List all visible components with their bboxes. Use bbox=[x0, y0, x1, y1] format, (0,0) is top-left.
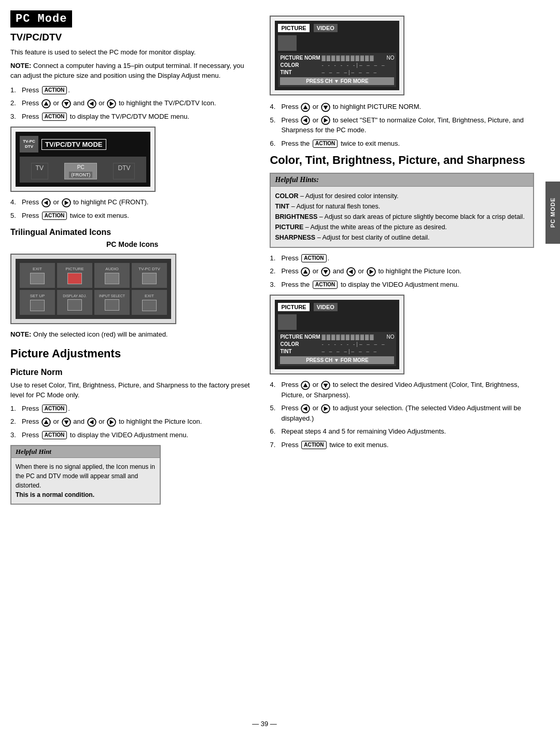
action-button-p3[interactable]: ACTION bbox=[42, 431, 67, 439]
arrow-left-icon-p2 bbox=[87, 418, 96, 427]
pic-step-3-text: Press ACTION to display the VIDEO Adjust… bbox=[22, 430, 188, 440]
norm-label-1: PICTURE NORM bbox=[280, 55, 321, 61]
c-step-1-num: 1. bbox=[270, 253, 281, 263]
norm-val-1: NO bbox=[386, 55, 394, 61]
step-5-text: Press ACTION twice to exit menus. bbox=[22, 211, 129, 221]
arrow-left-icon-2 bbox=[41, 198, 51, 207]
c-step-3-num: 3. bbox=[270, 280, 281, 290]
action-button-p1[interactable]: ACTION bbox=[42, 405, 67, 413]
trilingual-title: Trilingual Animated Icons bbox=[10, 228, 254, 237]
steps-right-1: 4. Press or to highlight PICTURE NORM. 5… bbox=[270, 102, 534, 148]
menu-screenshot-2: PICTURE VIDEO PICTURE NORM ▓▓▓▓▓▓▓▓▓▓▓ N… bbox=[270, 295, 404, 374]
r-step-6: 6. Press the ACTION twice to exit menus. bbox=[270, 138, 534, 149]
pic-step-1: 1. Press ACTION. bbox=[10, 404, 254, 414]
main-content: PC Mode TV/PC/DTV This feature is used t… bbox=[0, 0, 544, 737]
arrow-left-icon-c5 bbox=[301, 404, 310, 413]
menu-title-row-2: PICTURE VIDEO bbox=[278, 303, 396, 311]
icon-grid-box: EXIT PICTURE AUDIO TV-PC DTV bbox=[10, 254, 176, 324]
pic-step-1-num: 1. bbox=[10, 404, 22, 414]
tint-dashes-1: – – – –|– – – – bbox=[321, 69, 394, 75]
pic-step-2-num: 2. bbox=[10, 416, 22, 427]
tvpc-menu-screenshot: TV-PCDTV TV/PC/DTV MODE TV PC (FRONT) DT… bbox=[10, 127, 156, 192]
page-number: — 39 — bbox=[0, 720, 529, 728]
action-button-1[interactable]: ACTION bbox=[42, 86, 67, 94]
icon-exit-label: EXIT bbox=[33, 267, 42, 272]
arrow-right-icon-2 bbox=[62, 198, 71, 207]
c-step-4: 4. Press or to select the desired Video … bbox=[270, 380, 534, 400]
tvpc-title-row: TV-PCDTV TV/PC/DTV MODE bbox=[20, 136, 146, 152]
tint-label-2: TINT bbox=[280, 349, 321, 354]
menu-row-color-1: COLOR - - - - - -|– – – – bbox=[280, 62, 394, 68]
helpful-hints-content: COLOR – Adjust for desired color intensi… bbox=[271, 187, 533, 247]
picture-adj-title: Picture Adjustments bbox=[10, 347, 254, 360]
arrow-right-icon-c5 bbox=[321, 404, 330, 413]
r-step-4-text: Press or to highlight PICTURE NORM. bbox=[281, 102, 421, 112]
menu-picture-icon-1 bbox=[278, 35, 297, 51]
icon-picture: PICTURE bbox=[57, 263, 92, 288]
icon-picture-img bbox=[67, 273, 82, 284]
feature-description: This feature is used to select the PC mo… bbox=[10, 47, 254, 58]
menu-picture-icon-2 bbox=[278, 314, 297, 330]
helpful-hint-content: When there is no signal applied, the Ico… bbox=[11, 458, 160, 504]
pic-step-3-num: 3. bbox=[10, 430, 22, 440]
action-button-c3[interactable]: ACTION bbox=[313, 281, 338, 289]
hint-tint-desc: – Adjust for natural flesh tones. bbox=[289, 203, 380, 210]
arrow-right-icon-c2 bbox=[367, 267, 376, 276]
step-3-num: 3. bbox=[10, 112, 22, 122]
step-3: 3. Press ACTION to display the TV/PC/DTV… bbox=[10, 112, 254, 122]
c-step-7-num: 7. bbox=[270, 440, 281, 450]
icon-exit2: EXIT bbox=[132, 290, 167, 315]
arrow-up-icon-1 bbox=[41, 99, 51, 108]
icon-exit2-img bbox=[142, 300, 157, 311]
picture-tab-2: PICTURE bbox=[278, 303, 309, 311]
note-content: Connect a computer having a 15–pin outpu… bbox=[10, 62, 244, 80]
pc-mode-box: PC Mode bbox=[10, 10, 72, 27]
r-step-6-num: 6. bbox=[270, 138, 281, 149]
arrow-left-icon-c2 bbox=[346, 267, 356, 276]
note2-content: Only the selected icon (red) will be ani… bbox=[31, 330, 167, 338]
pc-option-selected: PC (FRONT) bbox=[64, 163, 97, 179]
arrow-down-icon-p2 bbox=[62, 418, 71, 427]
action-button-3[interactable]: ACTION bbox=[42, 113, 67, 121]
menu-title-row-1: PICTURE VIDEO bbox=[278, 24, 396, 32]
action-button-c7[interactable]: ACTION bbox=[301, 441, 326, 449]
action-button-c1[interactable]: ACTION bbox=[301, 254, 326, 262]
icon-exit-img bbox=[30, 273, 45, 284]
hint-sharpness: SHARPNESS – Adjust for best clarity of o… bbox=[275, 232, 529, 243]
step-4-num: 4. bbox=[10, 197, 22, 207]
menu-row-color-2: COLOR - - - - - -|– – – – bbox=[280, 341, 394, 347]
video-tab-1: VIDEO bbox=[314, 24, 338, 32]
dtv-option: DTV bbox=[113, 163, 135, 179]
color-dashes-1: - - - - - -|– – – – bbox=[321, 62, 394, 68]
r-step-4: 4. Press or to highlight PICTURE NORM. bbox=[270, 102, 534, 112]
c-step-1-text: Press ACTION. bbox=[281, 253, 329, 263]
menu-inner-2: PICTURE VIDEO PICTURE NORM ▓▓▓▓▓▓▓▓▓▓▓ N… bbox=[275, 300, 399, 369]
pic-step-3: 3. Press ACTION to display the VIDEO Adj… bbox=[10, 430, 254, 440]
video-tab-2: VIDEO bbox=[314, 303, 338, 311]
press-ch-row-2: PRESS CH ▼ FOR MORE bbox=[280, 356, 394, 364]
helpful-hints-title: Helpful Hints: bbox=[271, 174, 533, 187]
arrow-up-icon-r4 bbox=[301, 103, 310, 112]
hint-sharpness-term: SHARPNESS bbox=[275, 234, 315, 241]
r-step-5-text: Press or to select "SET" to normalize Co… bbox=[281, 115, 534, 135]
hint-color-desc: – Adjust for desired color intensity. bbox=[299, 192, 399, 200]
helpful-hint-title: Helpful Hint bbox=[11, 446, 160, 458]
c-step-2-num: 2. bbox=[270, 266, 281, 276]
tvpc-mode-label: TV/PC/DTV MODE bbox=[41, 139, 106, 150]
hint-color-term: COLOR bbox=[275, 192, 298, 200]
icon-grid: EXIT PICTURE AUDIO TV-PC DTV bbox=[16, 259, 171, 319]
steps-picture-norm: 1. Press ACTION. 2. Press or and or to h… bbox=[10, 404, 254, 440]
step-4-left: 4. Press or to highlight PC (FRONT). bbox=[10, 197, 254, 207]
step-4-text: Press or to highlight PC (FRONT). bbox=[22, 197, 148, 207]
helpful-hint-box: Helpful Hint When there is no signal app… bbox=[10, 445, 161, 505]
steps-1-3: 1. Press ACTION. 2. Press or and or to h… bbox=[10, 85, 254, 122]
icon-setup-label: SET UP bbox=[30, 294, 45, 299]
note-label: NOTE: bbox=[10, 62, 31, 69]
action-button-5[interactable]: ACTION bbox=[42, 212, 67, 220]
r-step-6-text: Press the ACTION twice to exit menus. bbox=[281, 138, 400, 149]
c-step-2-text: Press or and or to highlight the Picture… bbox=[281, 266, 461, 276]
action-button-r6[interactable]: ACTION bbox=[313, 140, 338, 148]
icon-tvpcdtv-img bbox=[142, 273, 157, 284]
arrow-up-icon-c2 bbox=[301, 267, 310, 276]
tvpc-menu-inner: TV-PCDTV TV/PC/DTV MODE TV PC (FRONT) DT… bbox=[16, 132, 150, 187]
